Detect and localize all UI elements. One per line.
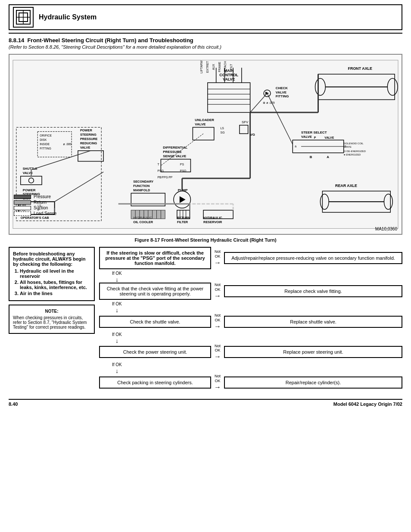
page-footer: 8.40 Model 6042 Legacy Origin 7/02: [9, 399, 402, 407]
return-legend-line: [14, 200, 31, 205]
section-number: 8.8.14: [9, 37, 24, 44]
svg-text:P: P: [314, 136, 316, 139]
svg-text:PPG: PPG: [162, 176, 168, 179]
svg-text:REDUCING: REDUCING: [80, 141, 97, 145]
svg-text:STEER SELECT: STEER SELECT: [301, 131, 327, 134]
svg-text:LS: LS: [221, 127, 224, 130]
svg-text:PRESSURE: PRESSURE: [163, 150, 181, 154]
flow-result-text-0: Adjust/repair/replace pressure-reducing …: [231, 255, 395, 261]
svg-text:RESERVOIR: RESERVOIR: [203, 220, 222, 224]
flow-row-1: Check that the check valve fitting at th…: [99, 283, 402, 300]
arrow-down-3: ↓: [99, 338, 402, 344]
figure-caption: Figure 8-17 Front-Wheel Steering Hydraul…: [9, 237, 402, 243]
flow-result-text-4: Repair/replace cylinder(s).: [286, 380, 341, 385]
arrow-down-2: ↓: [99, 307, 402, 313]
return-legend-label: Return: [34, 200, 47, 205]
svg-text:VALVE: VALVE: [80, 146, 90, 149]
loadsense-legend-line: [14, 212, 31, 216]
prereq-item-2: All hoses, tubes, fittings for leaks, ki…: [20, 280, 90, 290]
flow-result-text-1: Replace check valve fitting.: [284, 289, 342, 294]
prereq-title: Before troubleshooting any hydraulic cir…: [13, 251, 86, 267]
flow-check-4: Check packing in steering cylinders.: [99, 376, 211, 389]
svg-text:DIFFERENTIAL: DIFFERENTIAL: [163, 146, 187, 149]
svg-text:SECONDARY: SECONDARY: [133, 180, 153, 184]
ma-number: MA10,0360: [375, 227, 397, 231]
if-ok-label-3: If OK: [99, 332, 402, 337]
svg-text:B: B: [310, 155, 312, 159]
section-title: 8.8.14 Front-Wheel Steering Circuit (Rig…: [9, 37, 402, 44]
flow-check-text-1: Check that the check valve fitting at th…: [107, 286, 203, 296]
flow-check-1: Check that the check valve fitting at th…: [99, 283, 211, 300]
svg-text:FITTING: FITTING: [276, 94, 289, 98]
prerequisite-box: Before troubleshooting any hydraulic cir…: [9, 247, 95, 301]
svg-text:FUNCTION: FUNCTION: [133, 184, 149, 188]
svg-text:EXTRET: EXTRET: [206, 61, 209, 73]
hydraulic-diagram: MAIN CONTROL VALVE LIFTARW EXTRET AUX FR…: [9, 54, 402, 235]
hydraulic-icon: [13, 7, 34, 28]
flow-result-0: Adjust/repair/replace pressure-reducing …: [224, 252, 402, 264]
svg-text:⊙ DE-ENERGIZED: ⊙ DE-ENERGIZED: [344, 150, 366, 152]
not-ok-label-3: NotOK: [215, 344, 221, 353]
flow-check-0: If the steering is slow or difficult, ch…: [99, 247, 211, 269]
troubleshooting-section: Before troubleshooting any hydraulic cir…: [9, 247, 402, 392]
if-ok-label-4: If OK: [99, 362, 402, 367]
header-divider: [9, 33, 402, 34]
flow-row-0: If the steering is slow or difficult, ch…: [99, 247, 402, 269]
svg-text:SOLENOID COIL: SOLENOID COIL: [344, 142, 364, 145]
prereq-item-1: Hydraulic oil level in the reservoir: [20, 268, 90, 279]
not-ok-label-4: NotOK: [215, 374, 221, 383]
diagram-legend: Pressure Return Suction Load Sense: [14, 194, 56, 217]
circuit-svg: MAIN CONTROL VALVE LIFTARW EXTRET AUX FR…: [12, 57, 399, 231]
flow-row-4: Check packing in steering cylinders. Not…: [99, 374, 402, 391]
svg-text:ORIFICE: ORIFICE: [40, 134, 52, 137]
not-ok-label-2: NotOK: [215, 313, 221, 323]
flow-check-text-3: Check the power steering unit.: [123, 349, 187, 355]
svg-text:CHECK: CHECK: [276, 86, 288, 90]
pressure-legend-label: Pressure: [34, 194, 51, 199]
svg-text:VG: VG: [250, 133, 255, 137]
svg-text:VALVE: VALVE: [301, 135, 312, 139]
flow-result-text-2: Replace shuttle valve.: [290, 319, 336, 324]
left-column: Before troubleshooting any hydraulic cir…: [9, 247, 95, 392]
svg-text:⊗ ø .029: ⊗ ø .029: [263, 101, 275, 104]
if-ok-label-1: If OK: [99, 271, 402, 276]
flow-check-text-2: Check the shuttle valve.: [130, 319, 181, 324]
svg-text:SG: SG: [221, 131, 225, 134]
svg-text:PSG: PSG: [157, 169, 164, 172]
note-body: When checking pressures in circuits, ref…: [13, 315, 90, 330]
section-subtitle: (Refer to Section 8.8.26, "Steering Circ…: [9, 44, 402, 50]
flow-result-text-3: Replace power steering unit.: [283, 349, 343, 355]
flow-row-2: Check the shuttle valve. NotOK → Replace…: [99, 313, 402, 330]
svg-text:VALVE: VALVE: [195, 122, 206, 126]
note-box: NOTE: When checking pressures in circuit…: [9, 305, 95, 334]
header-title: Hydraulic System: [39, 13, 97, 21]
svg-text:A: A: [327, 155, 329, 159]
flow-check-3: Check the power steering unit.: [99, 346, 211, 358]
svg-text:FITTING: FITTING: [40, 147, 51, 150]
svg-text:VALVE: VALVE: [324, 136, 334, 139]
if-ok-label-2: If OK: [99, 302, 402, 306]
svg-text:FRONT AXLE: FRONT AXLE: [348, 66, 372, 71]
loadsense-legend-label: Load Sense: [34, 211, 56, 216]
not-ok-label-1: NotOK: [215, 283, 221, 292]
svg-text:PS: PS: [180, 163, 184, 166]
svg-text:PSO: PSO: [180, 169, 187, 172]
svg-text:ø .089: ø .089: [63, 143, 72, 146]
svg-text:ATTACH: ATTACH: [224, 61, 227, 73]
svg-text:PP: PP: [168, 176, 173, 179]
flow-result-2: Replace shuttle valve.: [224, 316, 402, 328]
svg-text:LIFTARW: LIFTARW: [200, 60, 203, 73]
pressure-legend-line: [14, 195, 31, 199]
section-heading: Front-Wheel Steering Circuit (Right Turn…: [27, 37, 193, 44]
flow-result-3: Replace power steering unit.: [224, 346, 402, 358]
svg-text:MANIFOLD: MANIFOLD: [133, 188, 150, 192]
flow-result-1: Replace check valve fitting.: [224, 285, 402, 297]
svg-text:PRESSURE: PRESSURE: [80, 137, 98, 141]
svg-text:POWER: POWER: [23, 188, 36, 192]
arrow-down-4: ↓: [99, 368, 402, 374]
prereq-list: Hydraulic oil level in the reservoir All…: [13, 268, 90, 296]
svg-text:CONTROL: CONTROL: [219, 73, 238, 77]
svg-text:PB: PB: [157, 176, 162, 179]
svg-text:AUX: AUX: [212, 64, 215, 70]
note-title: NOTE:: [13, 309, 90, 314]
